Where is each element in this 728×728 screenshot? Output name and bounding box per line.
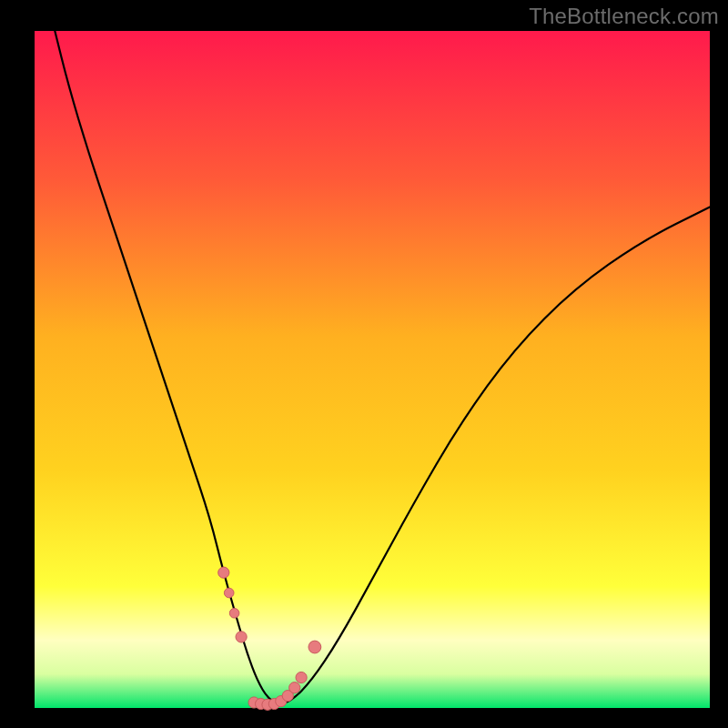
data-marker xyxy=(289,682,300,693)
plot-area xyxy=(35,31,710,708)
data-marker xyxy=(236,632,247,642)
data-marker xyxy=(296,672,307,682)
data-marker xyxy=(229,609,239,619)
data-marker xyxy=(218,567,229,578)
watermark-text: TheBottleneck.com xyxy=(529,4,719,29)
data-marker xyxy=(308,641,321,653)
chart-stage: TheBottleneck.com xyxy=(0,0,728,728)
data-marker xyxy=(224,588,234,598)
bottleneck-chart xyxy=(0,0,728,728)
